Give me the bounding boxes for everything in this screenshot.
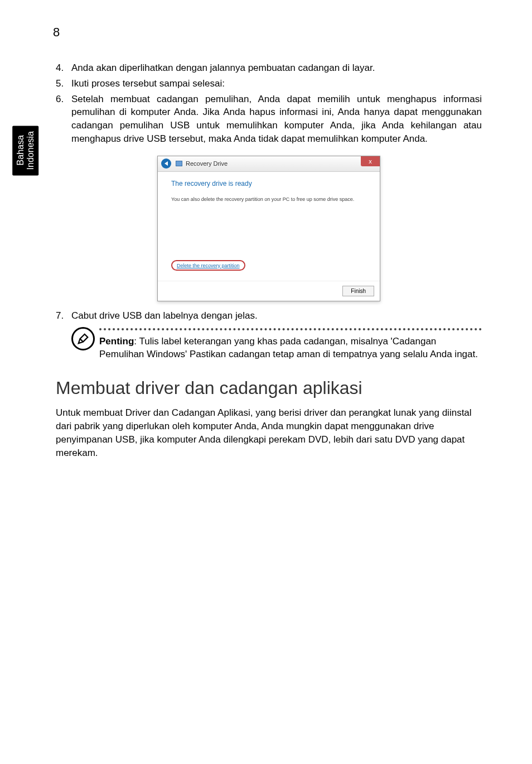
language-tab: Bahasa Indonesia [12,126,38,175]
delete-partition-link[interactable]: Delete the recovery partition [177,263,240,268]
list-item: 6. Setelah membuat cadangan pemulihan, A… [56,93,482,146]
main-content: 4. Anda akan diperlihatkan dengan jalann… [56,61,482,459]
finish-button[interactable]: Finish [342,286,374,296]
dialog-title: Recovery Drive [186,160,228,167]
note-text: Penting: Tulis label keterangan yang kha… [99,335,482,362]
pen-icon [71,327,95,350]
list-item: 7. Cabut drive USB dan labelnya dengan j… [56,309,482,323]
dialog-footer: Finish [158,281,380,301]
note-body: Penting: Tulis label keterangan yang kha… [99,328,482,362]
important-note: Penting: Tulis label keterangan yang kha… [71,328,482,362]
list-item: 4. Anda akan diperlihatkan dengan jalann… [56,61,482,75]
list-number: 4. [56,61,71,75]
list-number: 6. [56,93,71,106]
list-text: Cabut drive USB dan labelnya dengan jela… [71,309,482,323]
numbered-list-continued: 7. Cabut drive USB dan labelnya dengan j… [56,309,482,323]
section-paragraph: Untuk membuat Driver dan Cadangan Aplika… [56,406,482,459]
list-text: Setelah membuat cadangan pemulihan, Anda… [71,93,482,146]
list-number: 7. [56,309,71,323]
language-tab-line1: Bahasa [16,136,25,166]
dialog-body: The recovery drive is ready You can also… [158,172,380,281]
list-number: 5. [56,77,71,90]
close-button[interactable]: x [361,156,380,166]
page-number: 8 [53,25,60,40]
note-divider [99,328,482,330]
list-text: Anda akan diperlihatkan dengan jalannya … [71,61,482,75]
highlighted-link-callout: Delete the recovery partition [171,260,245,271]
dialog-body-text: You can also delete the recovery partiti… [171,196,366,202]
note-label: Penting [99,336,134,347]
list-item: 5. Ikuti proses tersebut sampai selesai: [56,77,482,90]
numbered-list: 4. Anda akan diperlihatkan dengan jalann… [56,61,482,146]
language-tab-line2: Indonesia [26,131,35,170]
section-heading: Membuat driver dan cadangan aplikasi [56,378,482,398]
recovery-drive-dialog: Recovery Drive x The recovery drive is r… [157,156,380,301]
dialog-titlebar: Recovery Drive x [158,156,380,172]
back-icon[interactable] [161,158,171,169]
dialog-heading: The recovery drive is ready [171,180,366,188]
list-text: Ikuti proses tersebut sampai selesai: [71,77,482,90]
note-content: : Tulis label keterangan yang khas pada … [99,336,478,360]
drive-icon [176,161,182,166]
